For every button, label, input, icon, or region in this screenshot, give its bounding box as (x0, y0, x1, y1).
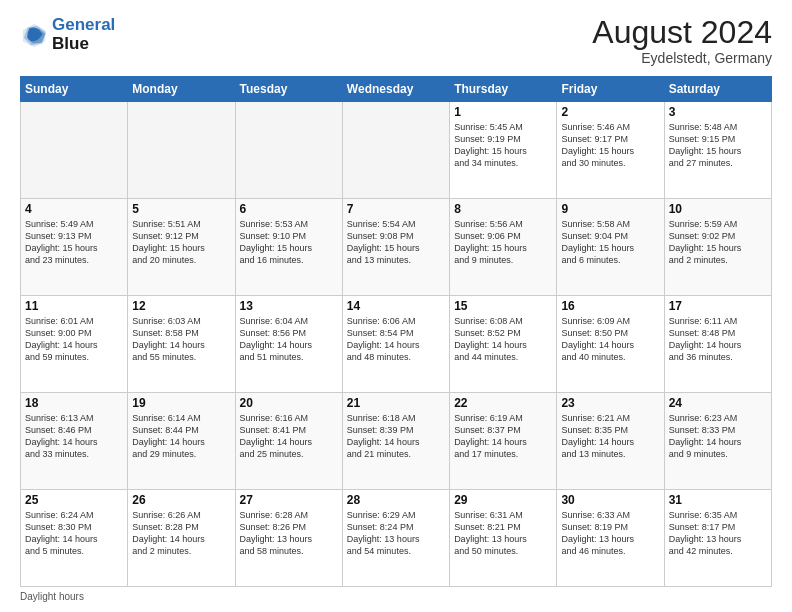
day-number: 28 (347, 493, 445, 507)
day-info: Sunrise: 6:16 AMSunset: 8:41 PMDaylight:… (240, 412, 338, 461)
table-row: 1Sunrise: 5:45 AMSunset: 9:19 PMDaylight… (450, 102, 557, 199)
day-info: Sunrise: 6:13 AMSunset: 8:46 PMDaylight:… (25, 412, 123, 461)
day-number: 30 (561, 493, 659, 507)
day-number: 4 (25, 202, 123, 216)
month-title: August 2024 (592, 16, 772, 48)
day-info: Sunrise: 6:08 AMSunset: 8:52 PMDaylight:… (454, 315, 552, 364)
table-row: 30Sunrise: 6:33 AMSunset: 8:19 PMDayligh… (557, 490, 664, 587)
day-number: 6 (240, 202, 338, 216)
day-number: 22 (454, 396, 552, 410)
day-info: Sunrise: 5:45 AMSunset: 9:19 PMDaylight:… (454, 121, 552, 170)
day-number: 2 (561, 105, 659, 119)
title-area: August 2024 Eydelstedt, Germany (592, 16, 772, 66)
day-number: 27 (240, 493, 338, 507)
day-number: 17 (669, 299, 767, 313)
day-info: Sunrise: 5:51 AMSunset: 9:12 PMDaylight:… (132, 218, 230, 267)
logo-icon (20, 21, 48, 49)
day-info: Sunrise: 5:56 AMSunset: 9:06 PMDaylight:… (454, 218, 552, 267)
day-number: 8 (454, 202, 552, 216)
day-info: Sunrise: 5:53 AMSunset: 9:10 PMDaylight:… (240, 218, 338, 267)
day-info: Sunrise: 6:33 AMSunset: 8:19 PMDaylight:… (561, 509, 659, 558)
table-row: 22Sunrise: 6:19 AMSunset: 8:37 PMDayligh… (450, 393, 557, 490)
table-row: 17Sunrise: 6:11 AMSunset: 8:48 PMDayligh… (664, 296, 771, 393)
day-number: 3 (669, 105, 767, 119)
col-saturday: Saturday (664, 77, 771, 102)
day-info: Sunrise: 6:35 AMSunset: 8:17 PMDaylight:… (669, 509, 767, 558)
day-number: 14 (347, 299, 445, 313)
table-row: 9Sunrise: 5:58 AMSunset: 9:04 PMDaylight… (557, 199, 664, 296)
table-row: 26Sunrise: 6:26 AMSunset: 8:28 PMDayligh… (128, 490, 235, 587)
day-info: Sunrise: 6:19 AMSunset: 8:37 PMDaylight:… (454, 412, 552, 461)
day-info: Sunrise: 6:31 AMSunset: 8:21 PMDaylight:… (454, 509, 552, 558)
day-number: 15 (454, 299, 552, 313)
page: General Blue August 2024 Eydelstedt, Ger… (0, 0, 792, 612)
day-number: 20 (240, 396, 338, 410)
footer-note: Daylight hours (20, 591, 772, 602)
table-row: 27Sunrise: 6:28 AMSunset: 8:26 PMDayligh… (235, 490, 342, 587)
calendar-table: Sunday Monday Tuesday Wednesday Thursday… (20, 76, 772, 587)
calendar-week-row: 25Sunrise: 6:24 AMSunset: 8:30 PMDayligh… (21, 490, 772, 587)
table-row: 20Sunrise: 6:16 AMSunset: 8:41 PMDayligh… (235, 393, 342, 490)
logo-text: General Blue (52, 16, 115, 53)
day-info: Sunrise: 6:29 AMSunset: 8:24 PMDaylight:… (347, 509, 445, 558)
table-row (21, 102, 128, 199)
table-row: 3Sunrise: 5:48 AMSunset: 9:15 PMDaylight… (664, 102, 771, 199)
table-row: 15Sunrise: 6:08 AMSunset: 8:52 PMDayligh… (450, 296, 557, 393)
table-row: 24Sunrise: 6:23 AMSunset: 8:33 PMDayligh… (664, 393, 771, 490)
table-row: 23Sunrise: 6:21 AMSunset: 8:35 PMDayligh… (557, 393, 664, 490)
day-number: 31 (669, 493, 767, 507)
table-row: 2Sunrise: 5:46 AMSunset: 9:17 PMDaylight… (557, 102, 664, 199)
day-number: 29 (454, 493, 552, 507)
day-number: 21 (347, 396, 445, 410)
day-info: Sunrise: 6:04 AMSunset: 8:56 PMDaylight:… (240, 315, 338, 364)
day-number: 1 (454, 105, 552, 119)
col-sunday: Sunday (21, 77, 128, 102)
day-info: Sunrise: 6:06 AMSunset: 8:54 PMDaylight:… (347, 315, 445, 364)
table-row (128, 102, 235, 199)
table-row: 12Sunrise: 6:03 AMSunset: 8:58 PMDayligh… (128, 296, 235, 393)
day-info: Sunrise: 6:23 AMSunset: 8:33 PMDaylight:… (669, 412, 767, 461)
day-info: Sunrise: 6:14 AMSunset: 8:44 PMDaylight:… (132, 412, 230, 461)
table-row (342, 102, 449, 199)
table-row: 7Sunrise: 5:54 AMSunset: 9:08 PMDaylight… (342, 199, 449, 296)
table-row: 6Sunrise: 5:53 AMSunset: 9:10 PMDaylight… (235, 199, 342, 296)
calendar-week-row: 11Sunrise: 6:01 AMSunset: 9:00 PMDayligh… (21, 296, 772, 393)
day-number: 26 (132, 493, 230, 507)
col-friday: Friday (557, 77, 664, 102)
table-row: 16Sunrise: 6:09 AMSunset: 8:50 PMDayligh… (557, 296, 664, 393)
day-number: 11 (25, 299, 123, 313)
col-thursday: Thursday (450, 77, 557, 102)
table-row: 11Sunrise: 6:01 AMSunset: 9:00 PMDayligh… (21, 296, 128, 393)
day-info: Sunrise: 5:48 AMSunset: 9:15 PMDaylight:… (669, 121, 767, 170)
day-info: Sunrise: 6:21 AMSunset: 8:35 PMDaylight:… (561, 412, 659, 461)
day-info: Sunrise: 6:18 AMSunset: 8:39 PMDaylight:… (347, 412, 445, 461)
location: Eydelstedt, Germany (592, 50, 772, 66)
table-row: 4Sunrise: 5:49 AMSunset: 9:13 PMDaylight… (21, 199, 128, 296)
table-row: 31Sunrise: 6:35 AMSunset: 8:17 PMDayligh… (664, 490, 771, 587)
table-row: 28Sunrise: 6:29 AMSunset: 8:24 PMDayligh… (342, 490, 449, 587)
col-wednesday: Wednesday (342, 77, 449, 102)
table-row: 8Sunrise: 5:56 AMSunset: 9:06 PMDaylight… (450, 199, 557, 296)
day-info: Sunrise: 5:49 AMSunset: 9:13 PMDaylight:… (25, 218, 123, 267)
day-info: Sunrise: 6:01 AMSunset: 9:00 PMDaylight:… (25, 315, 123, 364)
day-number: 19 (132, 396, 230, 410)
day-info: Sunrise: 6:11 AMSunset: 8:48 PMDaylight:… (669, 315, 767, 364)
day-number: 7 (347, 202, 445, 216)
day-info: Sunrise: 5:59 AMSunset: 9:02 PMDaylight:… (669, 218, 767, 267)
day-info: Sunrise: 5:46 AMSunset: 9:17 PMDaylight:… (561, 121, 659, 170)
day-number: 23 (561, 396, 659, 410)
table-row: 21Sunrise: 6:18 AMSunset: 8:39 PMDayligh… (342, 393, 449, 490)
table-row: 25Sunrise: 6:24 AMSunset: 8:30 PMDayligh… (21, 490, 128, 587)
day-number: 18 (25, 396, 123, 410)
day-info: Sunrise: 6:24 AMSunset: 8:30 PMDaylight:… (25, 509, 123, 558)
col-monday: Monday (128, 77, 235, 102)
day-info: Sunrise: 6:03 AMSunset: 8:58 PMDaylight:… (132, 315, 230, 364)
day-number: 9 (561, 202, 659, 216)
day-number: 16 (561, 299, 659, 313)
calendar-header-row: Sunday Monday Tuesday Wednesday Thursday… (21, 77, 772, 102)
day-number: 24 (669, 396, 767, 410)
table-row: 13Sunrise: 6:04 AMSunset: 8:56 PMDayligh… (235, 296, 342, 393)
table-row: 19Sunrise: 6:14 AMSunset: 8:44 PMDayligh… (128, 393, 235, 490)
col-tuesday: Tuesday (235, 77, 342, 102)
table-row: 10Sunrise: 5:59 AMSunset: 9:02 PMDayligh… (664, 199, 771, 296)
